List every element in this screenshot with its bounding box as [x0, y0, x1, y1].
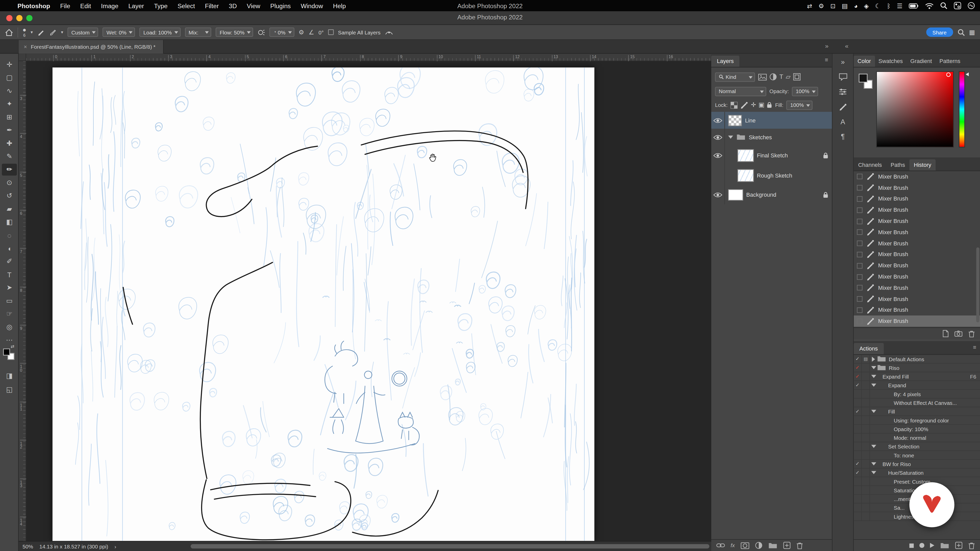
display-icon[interactable]: ⊡: [830, 2, 835, 9]
menu-view[interactable]: View: [242, 2, 266, 9]
action-dialog-cell[interactable]: [862, 372, 870, 381]
pressure-size-icon[interactable]: [385, 28, 393, 36]
layer-name[interactable]: Line: [745, 117, 756, 123]
action-expand-icon[interactable]: [870, 462, 877, 465]
stage-manager-icon[interactable]: ☰: [897, 2, 902, 9]
action-row-using-foreground-color[interactable]: Using: foreground color: [854, 416, 980, 425]
layer-name[interactable]: Rough Sketch: [757, 172, 792, 179]
action-dialog-cell[interactable]: [862, 399, 870, 407]
do-not-disturb-icon[interactable]: ☾: [875, 2, 881, 9]
action-toggle-cell[interactable]: [854, 390, 862, 398]
tab-history[interactable]: History: [909, 159, 935, 170]
tool-history-brush[interactable]: ↺: [2, 190, 17, 202]
blend-mode-select[interactable]: Normal: [715, 86, 767, 96]
privacy-shield-icon[interactable]: ◈: [864, 2, 869, 9]
lock-artboard-icon[interactable]: ▣: [759, 101, 764, 109]
layer-filter-kind-select[interactable]: Kind: [715, 72, 755, 82]
add-layer-mask-icon[interactable]: [740, 542, 749, 549]
keyboard-icon[interactable]: ▤: [842, 2, 848, 9]
layer-row-rough-sketch[interactable]: Rough Sketch: [711, 165, 832, 186]
action-dialog-cell[interactable]: [862, 364, 870, 372]
load-select[interactable]: Load: 100%: [140, 27, 180, 37]
history-source-checkbox[interactable]: [857, 207, 862, 213]
color-saturation-brightness-field[interactable]: [876, 71, 954, 148]
menu-help[interactable]: Help: [328, 2, 351, 9]
filter-shape-layers-icon[interactable]: ▱: [786, 73, 791, 81]
filter-smart-objects-icon[interactable]: [793, 73, 800, 81]
tool-blur[interactable]: ◌: [2, 229, 17, 241]
tool-gradient[interactable]: ◧: [2, 216, 17, 228]
panel-comments-icon[interactable]: [838, 73, 847, 81]
artboard[interactable]: [52, 67, 594, 541]
tool-mixer-brush[interactable]: ✏: [2, 164, 17, 176]
group-expand-icon[interactable]: [728, 135, 733, 138]
history-state[interactable]: Mixer Brush: [854, 293, 980, 305]
tool-zoom[interactable]: ◎: [2, 321, 17, 333]
action-toggle-cell[interactable]: [854, 512, 862, 520]
action-row-expand-fill[interactable]: ✓Expand FillF6: [854, 372, 980, 381]
layer-row-sketches[interactable]: Sketches: [711, 129, 832, 145]
tool-crop[interactable]: ⊞: [2, 111, 17, 123]
search-icon[interactable]: [957, 28, 965, 36]
document-tab[interactable]: × ForestFantasyIllustration.psd @ 50% (L…: [19, 40, 164, 54]
tab-gradient[interactable]: Gradient: [907, 56, 935, 67]
new-layer-icon[interactable]: [783, 541, 791, 549]
action-toggle-cell[interactable]: [854, 486, 862, 494]
layer-row-line[interactable]: Line: [711, 112, 832, 129]
action-row-hue-saturation[interactable]: ✓Hue/Saturation: [854, 468, 980, 477]
panel-brushes-icon[interactable]: [839, 103, 847, 111]
history-state[interactable]: Mixer Brush: [854, 305, 980, 316]
panel-paragraph-icon[interactable]: ¶: [841, 133, 845, 140]
status-chevron-icon[interactable]: ›: [115, 543, 116, 549]
action-row-opacity-100-[interactable]: Opacity: 100%: [854, 425, 980, 433]
new-group-icon[interactable]: [768, 542, 777, 549]
menu-select[interactable]: Select: [172, 2, 200, 9]
delete-layer-icon[interactable]: [796, 541, 803, 549]
history-state[interactable]: Mixer Brush: [854, 193, 980, 205]
zoom-level[interactable]: 50%: [22, 543, 33, 549]
action-toggle-cell[interactable]: [854, 416, 862, 424]
layer-thumbnail[interactable]: [728, 189, 743, 200]
action-toggle-cell[interactable]: [854, 451, 862, 459]
play-selection-icon[interactable]: [930, 543, 934, 548]
history-state[interactable]: Mixer Brush: [854, 238, 980, 249]
history-source-checkbox[interactable]: [857, 230, 862, 235]
action-dialog-cell[interactable]: [862, 451, 870, 459]
action-toggle-cell[interactable]: [854, 495, 862, 503]
action-row-set-selection[interactable]: Set Selection: [854, 442, 980, 451]
action-toggle-cell[interactable]: ✓: [854, 355, 862, 363]
tool-pen[interactable]: ✐: [2, 256, 17, 268]
ruler-horizontal[interactable]: 012345678910111213141516: [26, 54, 711, 61]
ruler-origin[interactable]: [19, 54, 26, 61]
settings-icon[interactable]: ⚙: [818, 2, 824, 9]
menu-edit[interactable]: Edit: [75, 2, 96, 9]
action-dialog-cell[interactable]: [862, 425, 870, 433]
action-row-mode-normal[interactable]: Mode: normal: [854, 433, 980, 442]
link-layers-icon[interactable]: [716, 543, 725, 548]
delete-action-icon[interactable]: [968, 541, 975, 549]
action-row-to-none[interactable]: To: none: [854, 451, 980, 460]
action-toggle-cell[interactable]: [854, 433, 862, 442]
history-state[interactable]: Mixer Brush: [854, 283, 980, 294]
menu-photoshop[interactable]: Photoshop: [13, 2, 55, 9]
history-source-checkbox[interactable]: [857, 318, 862, 324]
history-state[interactable]: Mixer Brush: [854, 271, 980, 283]
brush-preset-chevron[interactable]: ▾: [30, 30, 33, 35]
history-source-checkbox[interactable]: [857, 174, 862, 179]
tab-paths[interactable]: Paths: [886, 159, 910, 170]
action-row-expand[interactable]: ✓Expand: [854, 381, 980, 390]
tool-rectangular-marquee[interactable]: ▢: [2, 72, 17, 84]
layer-visibility-toggle[interactable]: [711, 129, 725, 145]
menu-layer[interactable]: Layer: [123, 2, 149, 9]
tool-eraser[interactable]: ▰: [2, 203, 17, 215]
panel-collapse-panels-icon[interactable]: »: [841, 59, 845, 65]
lock-image-pixels-icon[interactable]: [740, 101, 748, 109]
tab-overflow-icon[interactable]: »: [825, 43, 829, 49]
tab-swatches[interactable]: Swatches: [875, 56, 907, 67]
action-dialog-cell[interactable]: [862, 503, 870, 512]
wet-select[interactable]: Wet: 0%: [103, 27, 135, 37]
tool-brush[interactable]: ✎: [2, 151, 17, 162]
action-expand-icon[interactable]: [870, 384, 877, 387]
action-toggle-cell[interactable]: [854, 442, 862, 451]
flow-select[interactable]: Flow: 50%: [216, 27, 253, 37]
